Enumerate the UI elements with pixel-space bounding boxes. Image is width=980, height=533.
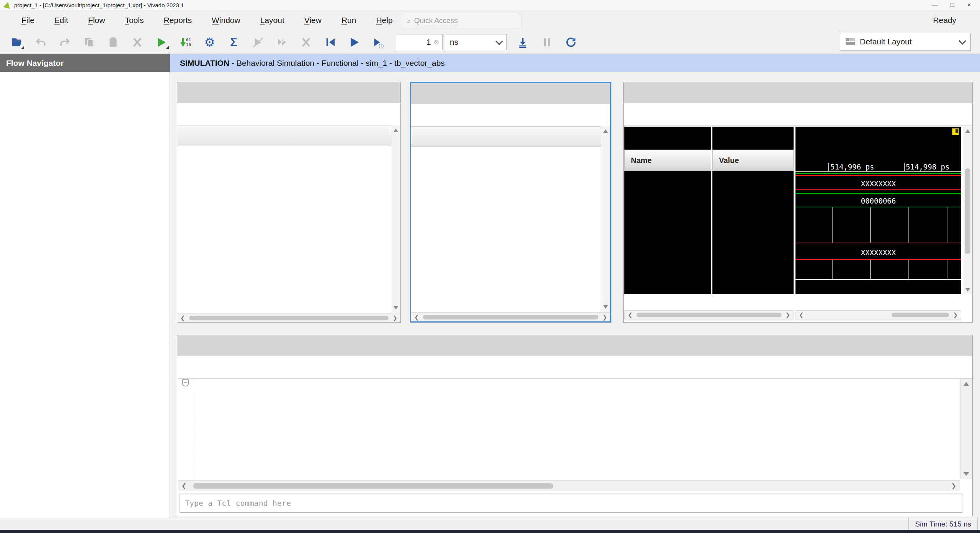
svg-text:10: 10 [186,42,191,47]
maximize-icon[interactable]: □ [951,2,954,8]
open-project-icon[interactable] [5,33,29,51]
scroll-left-icon[interactable]: ❮ [181,482,186,489]
layout-selector[interactable]: Default Layout [840,33,971,51]
simulation-header-text: - Behavioral Simulation - Functional - s… [232,59,445,68]
scroll-right-icon[interactable]: ❯ [392,315,397,321]
bitstream-icon[interactable]: 0110 [173,33,198,51]
menu-item-flow[interactable]: Flow [78,16,115,25]
run-all-icon[interactable] [342,33,366,51]
scroll-right-icon[interactable]: ❯ [602,314,607,321]
objects-vertical-scrollbar[interactable] [601,126,610,312]
menu-item-tools[interactable]: Tools [115,16,154,25]
scroll-right-icon[interactable]: ❯ [951,482,956,489]
wave-bus-value-err-count: 00000066 [795,197,961,205]
undo-icon[interactable] [29,33,53,51]
wave-bus-transition [870,207,871,243]
minimize-icon[interactable]: — [931,2,938,8]
console-gutter [178,379,194,479]
close-icon[interactable]: × [967,2,971,8]
simulation-header-bold: SIMULATION [180,59,229,68]
title-bar: project_1 - [C:/Users/voult/project_1/pr… [0,0,980,10]
tcl-console-panel: ❮ ❯ Type a Tcl command here [177,335,973,516]
paste-icon[interactable] [101,33,125,51]
menu-item-reports[interactable]: Reports [154,16,202,25]
menu-item-help[interactable]: Help [366,16,402,25]
copy-icon[interactable] [77,33,101,51]
flow-navigator-title: Flow Navigator [6,59,64,68]
scroll-left-icon[interactable]: ❮ [628,311,633,318]
restart-icon[interactable] [318,33,342,51]
time-label: 514,998 ps [904,163,949,171]
disabled-skip-icon[interactable] [270,33,294,51]
tcl-console-output[interactable] [178,379,960,479]
tcl-command-input[interactable]: Type a Tcl command here [180,494,962,513]
relaunch-icon[interactable] [559,33,583,51]
quick-access-placeholder: Quick Access [414,16,458,26]
disabled-cancel-icon[interactable] [294,33,318,51]
sim-time-status: Sim Time: 515 ns [908,518,978,530]
wave-plot-horizontal-scrollbar[interactable]: ❮ ❯ [795,310,961,319]
console-prompt-icon [182,379,189,386]
sim-time-value: 1 [426,37,431,47]
wave-names-horizontal-scrollbar[interactable]: ❮ ❯ [624,310,794,319]
main-toolbar: 0110⚙Σ(T) 1 ⊗ ns [0,31,980,54]
time-label: 514,996 ps [828,163,874,171]
delete-icon[interactable] [125,33,149,51]
objects-horizontal-scrollbar[interactable]: ❮ ❯ [411,312,610,321]
menu-item-file[interactable]: File [11,16,44,25]
wave-value-header: Value [712,150,794,171]
wave-bus-transition [832,260,833,279]
pause-icon[interactable] [535,33,559,51]
clear-time-icon[interactable]: ⊗ [434,38,439,46]
menu-item-edit[interactable]: Edit [44,16,78,25]
quick-access-search[interactable]: ⌕ Quick Access [403,14,521,28]
window-title: project_1 - [C:/Users/voult/project_1/pr… [14,2,184,8]
dropdown-corner-icon [166,46,169,49]
wave-trace-green [795,173,961,174]
svg-text:01: 01 [186,37,191,42]
sim-time-input[interactable]: 1 ⊗ [396,34,443,50]
wave-bus-value-res: XXXXXXXX [795,179,961,188]
time-unit-select[interactable]: ns [445,34,507,50]
scroll-left-icon[interactable]: ❮ [799,311,804,318]
scroll-left-icon[interactable]: ❮ [414,314,419,321]
menu-item-view[interactable]: View [294,16,332,25]
menu-item-run[interactable]: Run [332,16,366,25]
layout-icon [846,38,855,45]
sigma-icon[interactable]: Σ [222,33,246,51]
wave-trace-green [795,193,961,194]
wave-bus-value-abs: XXXXXXXX [795,248,961,257]
gear-icon[interactable]: ⚙ [198,33,222,51]
step-icon[interactable] [511,33,535,51]
wave-name-column: Name [624,127,711,294]
wave-bus-transition [908,207,909,243]
console-vertical-scrollbar[interactable] [960,379,972,479]
wave-bus-transition [870,260,871,279]
chevron-down-icon [495,37,503,45]
run-icon[interactable] [149,33,173,51]
wave-value-column: Value [712,127,794,294]
redo-icon[interactable] [53,33,77,51]
wave-marker-icon[interactable] [952,128,959,135]
waveform-plot[interactable]: 514,996 ps 514,998 ps XXXXXXXX 00000066 … [795,127,961,294]
ruler-line [795,171,961,172]
scope-horizontal-scrollbar[interactable]: ❮ ❯ [177,313,400,322]
menu-item-layout[interactable]: Layout [250,16,294,25]
scroll-right-icon[interactable]: ❯ [953,311,958,318]
wave-trace-red [795,189,961,190]
chevron-down-icon [959,37,966,45]
scroll-right-icon[interactable]: ❯ [785,311,790,318]
menu-item-window[interactable]: Window [202,16,250,25]
disabled-run-icon[interactable] [246,33,270,51]
wave-trace-red [795,243,961,243]
scroll-left-icon[interactable]: ❮ [180,315,185,321]
wave-trace-green [795,207,961,207]
run-for-icon[interactable]: (T) [366,33,390,51]
wave-vertical-scrollbar[interactable] [963,127,972,294]
dropdown-corner-icon [21,46,24,49]
wave-bus-transition [947,260,947,279]
scope-vertical-scrollbar[interactable] [391,126,400,313]
console-horizontal-scrollbar[interactable]: ❮ ❯ [178,480,960,491]
window-bottom-edge [0,530,980,533]
vivado-logo-icon [3,1,11,9]
